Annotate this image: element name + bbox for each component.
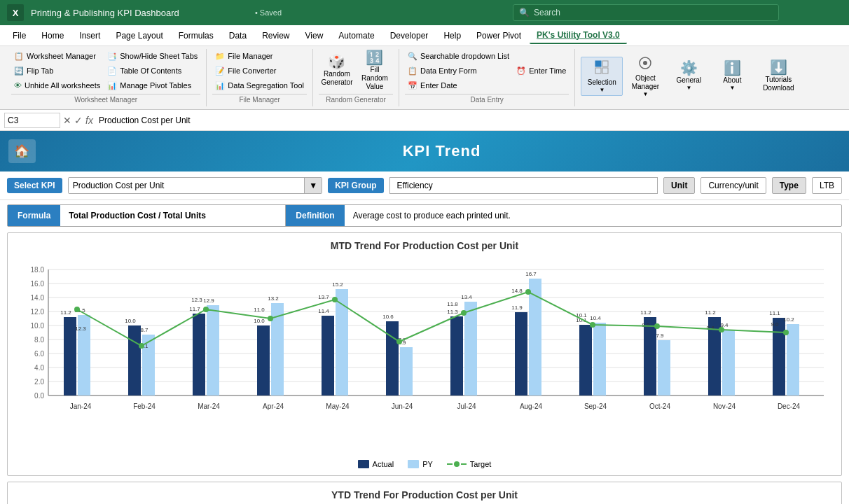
- menu-page-layout[interactable]: Page Layout: [109, 28, 170, 43]
- manage-pivot-btn[interactable]: 📊 Manage Pivot Tables: [104, 78, 200, 92]
- data-entry-form-btn[interactable]: 📋 Data Entry Form: [405, 64, 512, 78]
- menu-formulas[interactable]: Formulas: [172, 28, 221, 43]
- svg-text:9.9: 9.9: [642, 322, 650, 328]
- bar-py-sep: [593, 323, 606, 396]
- menu-view[interactable]: View: [298, 28, 331, 43]
- menu-review[interactable]: Review: [255, 28, 296, 43]
- ytd-container: YTD Trend For Production Cost per Unit -…: [7, 482, 842, 504]
- fill-random-btn[interactable]: 🔢 Fill Random Value: [357, 51, 393, 90]
- legend-py-swatch: [408, 460, 419, 468]
- menu-developer[interactable]: Developer: [383, 28, 436, 43]
- mtd-chart-container: MTD Trend For Production Cost per Unit 1…: [7, 232, 842, 476]
- bar-actual-mar: [193, 314, 205, 396]
- bar-group-feb: 10.0 8.7 7.1 Feb-24: [125, 318, 156, 410]
- worksheet-manager-label: Worksheet Manager: [11, 94, 200, 104]
- bar-actual-apr: [257, 326, 270, 396]
- svg-text:10.0: 10.0: [254, 318, 265, 324]
- general-icon: ⚙️: [680, 61, 698, 75]
- bar-actual-feb: [128, 326, 141, 396]
- unit-label: Unit: [663, 177, 695, 194]
- file-converter-btn[interactable]: 📝 File Converter: [212, 64, 307, 78]
- formula-def-row: Formula Total Production Cost / Total Un…: [7, 204, 842, 227]
- unhide-btn[interactable]: 👁 Unhide All worksheets: [11, 78, 103, 92]
- formula-input[interactable]: [96, 115, 845, 125]
- random-generator-btn[interactable]: 🎲 Random Generator: [319, 51, 355, 90]
- object-manager-btn[interactable]: Object Manager ▼: [624, 57, 666, 96]
- ribbon-col-right: 📑 Show/Hide Sheet Tabs 📄 Table Of Conten…: [104, 49, 200, 92]
- svg-text:11.9: 11.9: [511, 304, 523, 311]
- svg-text:16.7: 16.7: [525, 271, 537, 277]
- worksheet-manager-btn[interactable]: 📋 Worksheet Manager: [11, 49, 103, 63]
- target-dot-dec: [783, 330, 789, 335]
- home-button[interactable]: 🏠: [8, 139, 36, 163]
- object-manager-chevron: ▼: [642, 91, 648, 98]
- target-dot-apr: [268, 316, 273, 321]
- about-btn[interactable]: ℹ️ About ▼: [711, 57, 753, 96]
- menu-data[interactable]: Data: [222, 28, 254, 43]
- cell-reference[interactable]: [4, 113, 60, 128]
- file-manager-btn[interactable]: 📁 File Manager: [212, 49, 307, 63]
- bar-actual-aug: [515, 312, 527, 396]
- target-dot-jul: [461, 310, 467, 316]
- bar-py-dec: [787, 324, 799, 396]
- svg-text:Nov-24: Nov-24: [713, 402, 736, 410]
- ribbon-group-file-manager: 📁 File Manager 📝 File Converter 📊 Data S…: [207, 49, 313, 106]
- svg-text:10.2: 10.2: [783, 316, 794, 323]
- pivot-icon: 📊: [107, 81, 117, 90]
- legend-actual: Actual: [358, 460, 394, 468]
- cancel-formula-icon[interactable]: ✕: [63, 115, 71, 126]
- flip-tab-btn[interactable]: 🔄 Flip Tab: [11, 64, 103, 78]
- tabs-icon: 📑: [107, 52, 117, 61]
- confirm-formula-icon[interactable]: ✓: [74, 115, 83, 126]
- menu-home[interactable]: Home: [34, 28, 71, 43]
- kpi-select-wrapper[interactable]: ▼: [68, 177, 323, 194]
- target-dot-nov: [719, 327, 724, 332]
- table-of-contents-btn[interactable]: 📄 Table Of Contents: [104, 64, 200, 78]
- date-icon: 📅: [408, 81, 417, 90]
- svg-text:Jul-24: Jul-24: [457, 402, 476, 410]
- kpi-header: 🏠 KPI Trend: [0, 131, 849, 172]
- general-btn[interactable]: ⚙️ General ▼: [668, 57, 710, 96]
- tutorials-icon: ⬇️: [770, 60, 787, 74]
- target-dot-sep: [590, 322, 595, 328]
- bar-actual-dec: [773, 318, 785, 396]
- svg-text:0.0: 0.0: [34, 392, 44, 400]
- menu-automate[interactable]: Automate: [331, 28, 381, 43]
- enter-date-btn[interactable]: 📅 Enter Date: [405, 78, 512, 92]
- menu-pk-utility[interactable]: PK's Utility Tool V3.0: [530, 27, 627, 44]
- menu-file[interactable]: File: [6, 28, 33, 43]
- target-dot-aug: [525, 289, 531, 295]
- show-hide-tabs-btn[interactable]: 📑 Show/Hide Sheet Tabs: [104, 49, 200, 63]
- random-icon: 🎲: [328, 55, 345, 69]
- kpi-select-input[interactable]: [69, 178, 305, 193]
- legend-actual-swatch: [358, 460, 369, 468]
- insert-function-icon[interactable]: fx: [85, 115, 93, 126]
- menu-power-pivot[interactable]: Power Pivot: [469, 28, 528, 43]
- menu-insert[interactable]: Insert: [72, 28, 107, 43]
- formula-text: Total Production Cost / Total Units: [60, 205, 214, 226]
- svg-text:Mar-24: Mar-24: [198, 402, 220, 410]
- bar-py-nov: [722, 330, 735, 396]
- svg-text:14.0: 14.0: [31, 294, 45, 302]
- svg-text:10.4: 10.4: [590, 315, 601, 321]
- tutorials-btn[interactable]: ⬇️ Tutorials Download: [754, 57, 802, 96]
- kpi-header-title: KPI Trend: [43, 142, 841, 160]
- svg-text:Oct-24: Oct-24: [649, 402, 670, 410]
- kpi-dropdown-button[interactable]: ▼: [304, 178, 322, 193]
- search-bar[interactable]: 🔍 Search: [513, 4, 779, 21]
- data-segregation-btn[interactable]: 📊 Data Segregation Tool: [212, 78, 307, 92]
- bar-actual-may: [322, 316, 334, 396]
- bar-group-apr: 10.0 13.2 11.0 Apr-24: [254, 295, 284, 410]
- svg-text:12.9: 12.9: [203, 298, 214, 304]
- selection-btn[interactable]: Selection ▼: [581, 57, 623, 96]
- toc-icon: 📄: [107, 66, 117, 76]
- definition-tag: Definition: [286, 205, 344, 226]
- svg-text:13.2: 13.2: [268, 295, 279, 302]
- kpi-group-label: KPI Group: [328, 178, 383, 193]
- menu-help[interactable]: Help: [436, 28, 468, 43]
- enter-time-btn[interactable]: ⏰ Enter Time: [513, 64, 569, 78]
- flip-icon: 🔄: [14, 66, 24, 76]
- searchable-dropdown-btn[interactable]: 🔍 Searchable dropdown List: [405, 49, 512, 63]
- excel-logo: X: [7, 4, 24, 21]
- bar-group-nov: 11.2 9.4 9.4 Nov-24: [705, 309, 736, 410]
